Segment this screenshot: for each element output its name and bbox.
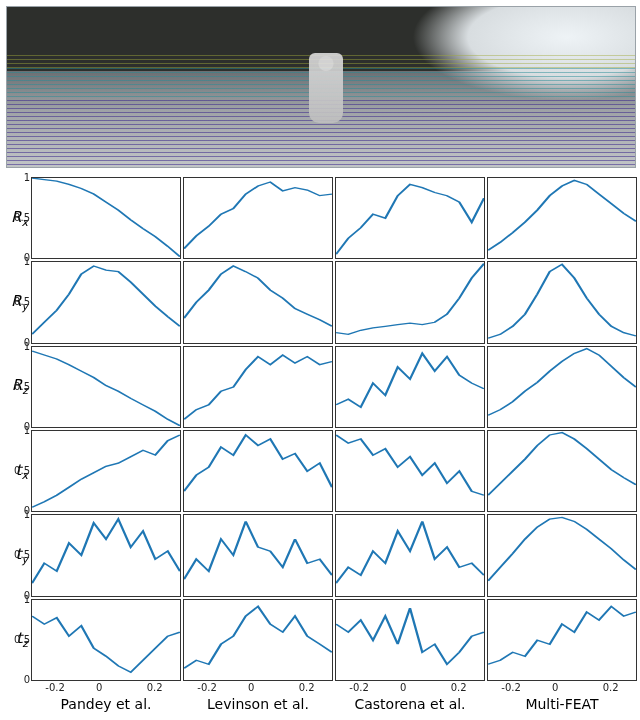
plot-R_y-levinsonetal	[183, 261, 333, 343]
plot-R_y-multifeat	[487, 261, 637, 343]
x-tick-labels-col1: -0.200.2	[182, 682, 334, 696]
series-line	[184, 182, 332, 249]
series-line	[336, 608, 484, 664]
lidar-projection-image	[6, 6, 636, 168]
series-line	[488, 265, 636, 339]
series-line	[184, 435, 332, 491]
plot-t_y-castorenaetal	[335, 514, 485, 596]
plot-R_y-castorenaetal	[335, 261, 485, 343]
x-tick-labels-col3: -0.200.2	[486, 682, 638, 696]
x-tick-labels-col2: -0.200.2	[334, 682, 486, 696]
y-tick-labels: 00.51	[8, 600, 30, 680]
plot-t_x-multifeat	[487, 430, 637, 512]
plot-t_x-castorenaetal	[335, 430, 485, 512]
column-label-method: Multi-FEAT	[486, 696, 638, 714]
plot-R_x-levinsonetal	[183, 177, 333, 259]
plot-t_y-levinsonetal	[183, 514, 333, 596]
plot-R_z-pandeyetal: 00.51	[31, 346, 181, 428]
series-line	[488, 348, 636, 415]
series-line	[488, 180, 636, 250]
series-line	[32, 519, 180, 583]
series-line	[336, 264, 484, 335]
series-line	[336, 353, 484, 407]
series-line	[32, 435, 180, 507]
series-line	[488, 606, 636, 664]
x-tick-labels-col0: -0.200.2	[30, 682, 182, 696]
column-label-method: Levinson et al.	[182, 696, 334, 714]
motorcyclist-silhouette	[309, 53, 343, 123]
series-line	[336, 522, 484, 584]
cost-curve-grid: Rx00.51Ry00.51Rz00.51tx00.51ty00.51tz00.…	[2, 176, 638, 714]
series-line	[32, 178, 180, 257]
y-tick-labels: 00.51	[8, 431, 30, 511]
plot-t_y-pandeyetal: 00.51	[31, 514, 181, 596]
series-line	[32, 616, 180, 672]
plot-R_z-levinsonetal	[183, 346, 333, 428]
plot-R_z-castorenaetal	[335, 346, 485, 428]
plot-R_y-pandeyetal: 00.51	[31, 261, 181, 343]
column-label-method: Pandey et al.	[30, 696, 182, 714]
series-line	[184, 522, 332, 580]
y-tick-labels: 00.51	[8, 515, 30, 595]
series-line	[184, 266, 332, 326]
y-tick-labels: 00.51	[8, 178, 30, 258]
plot-t_z-pandeyetal: 00.51	[31, 599, 181, 681]
plot-t_z-castorenaetal	[335, 599, 485, 681]
plot-t_x-levinsonetal	[183, 430, 333, 512]
series-line	[488, 518, 636, 581]
series-line	[184, 355, 332, 419]
plot-t_x-pandeyetal: 00.51	[31, 430, 181, 512]
figure-root: Rx00.51Ry00.51Rz00.51tx00.51ty00.51tz00.…	[0, 0, 640, 720]
series-line	[32, 266, 180, 334]
series-line	[336, 435, 484, 495]
plot-R_x-pandeyetal: 00.51	[31, 177, 181, 259]
y-tick-labels: 00.51	[8, 262, 30, 342]
plot-t_z-levinsonetal	[183, 599, 333, 681]
plot-t_y-multifeat	[487, 514, 637, 596]
plot-t_z-multifeat	[487, 599, 637, 681]
series-line	[488, 433, 636, 496]
series-line	[336, 184, 484, 254]
plot-R_z-multifeat	[487, 346, 637, 428]
series-line	[184, 606, 332, 668]
y-tick-labels: 00.51	[8, 347, 30, 427]
series-line	[32, 351, 180, 426]
column-label-method: Castorena et al.	[334, 696, 486, 714]
plot-R_x-castorenaetal	[335, 177, 485, 259]
plot-R_x-multifeat	[487, 177, 637, 259]
